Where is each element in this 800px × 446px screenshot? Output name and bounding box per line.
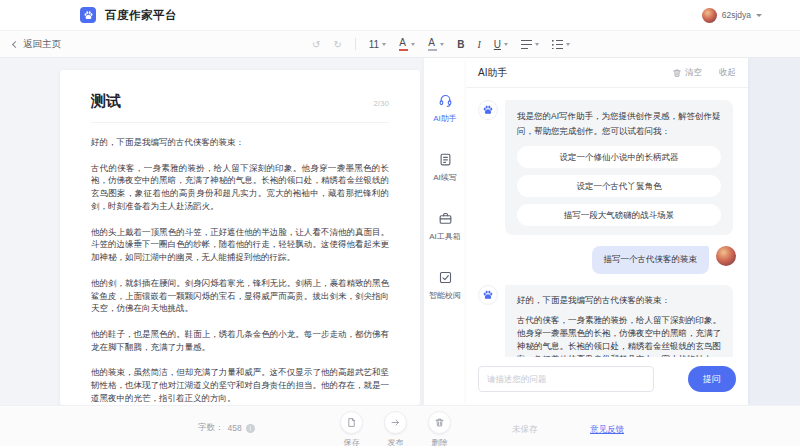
doc-paragraph[interactable]: 他的剑，就斜插在腰间。剑身闪烁着寒光，锋利无比。剑柄上，裹着精致的黑色鲨鱼皮，上… [91,277,389,315]
delete-button[interactable]: 删除 [428,411,451,446]
doc-paragraph[interactable]: 他的装束，虽然简洁，但却充满了力量和威严。这不仅显示了他的高超武艺和坚韧性格，也… [91,366,389,404]
document-editor: 测试 2/30 好的，下面是我编写的古代侠客的装束： 古代的侠客，一身素雅的装扮… [60,70,420,405]
ai-message: 好的，下面是我编写的古代侠客的装束： 古代的侠客，一身素雅的装扮，给人留下深刻的… [478,285,736,357]
doc-paragraph[interactable]: 好的，下面是我编写的古代侠客的装束： [91,136,389,149]
ai-paw-avatar-icon [478,285,498,305]
ai-reply-body: 古代的侠客，一身素雅的装扮，给人留下深刻的印象。他身穿一袭墨黑色的长袍，仿佛夜空… [517,314,721,357]
undo-button[interactable]: ↺ [312,39,320,50]
user-avatar[interactable] [702,8,717,23]
user-message-bubble: 描写一个古代侠客的装束 [592,246,710,274]
document-body-editor[interactable]: 好的，下面是我编写的古代侠客的装束： 古代的侠客，一身素雅的装扮，给人留下深刻的… [91,136,389,405]
chat-panel-title: AI助手 [478,66,507,80]
user-menu[interactable]: 62sjdya [702,8,762,23]
suggestion-pill[interactable]: 描写一段大气磅礴的战斗场景 [517,204,721,226]
align-dropdown[interactable] [521,39,539,49]
ai-assistant-panel: AI助手 清空 收起 我是您的AI写作助手，为您提供创作灵感，解答创作疑问，帮助… [466,58,748,405]
sidebar-item-smart-proofread[interactable]: 智能校阅 [429,270,461,301]
chevron-down-icon [411,43,415,46]
chevron-down-icon [566,43,570,46]
user-message: 描写一个古代侠客的装束 [478,246,736,274]
suggestion-pill[interactable]: 设定一个修仙小说中的长柄武器 [517,146,721,168]
sidebar-item-ai-continue[interactable]: AI续写 [433,152,457,183]
document-pen-icon [438,152,453,167]
sidebar-item-ai-assistant[interactable]: AI助手 [433,93,457,124]
doc-paragraph[interactable]: 他的鞋子，也是黑色的。鞋面上，绣着几条金色的小龙。每一步走动，都仿佛有龙在脚下翻… [91,328,389,354]
headset-icon [438,93,453,108]
question-input[interactable] [478,366,654,392]
list-dropdown[interactable] [552,39,570,49]
publish-button[interactable]: 发布 [384,411,407,446]
redo-button[interactable]: ↻ [333,39,341,50]
doc-paragraph[interactable]: 他的头上戴着一顶黑色的斗笠，正好遮住他的半边脸，让人看不清他的真面目。斗笠的边缘… [91,226,389,264]
chevron-down-icon [756,14,762,17]
ai-tools-sidebar: AI助手 AI续写 AI工具箱 智能校阅 [424,58,466,405]
save-button[interactable]: 保存 [340,411,363,446]
clear-chat-button[interactable]: 清空 [672,67,702,79]
suggestion-pill[interactable]: 设定一个古代丫鬟角色 [517,175,721,197]
title-divider [91,122,389,123]
title-char-counter: 2/30 [373,99,389,108]
ai-message: 我是您的AI写作助手，为您提供创作灵感，解答创作疑问，帮助您完成创作。您可以试着… [478,100,736,235]
user-avatar [716,246,736,266]
unsaved-status: 未保存 [512,424,538,436]
username: 62sjdya [722,10,751,20]
ai-paw-avatar-icon [478,100,498,120]
arrow-right-icon [390,417,401,428]
ai-reply-bubble: 好的，下面是我编写的古代侠客的装束： 古代的侠客，一身素雅的装扮，给人留下深刻的… [505,285,733,357]
chevron-down-icon [504,43,508,46]
bold-button[interactable]: B [457,39,464,50]
status-footer: 字数：458 i 保存 发布 删除 未保存 意见反馈 [0,405,800,446]
collapse-panel-button[interactable]: 收起 [719,67,736,79]
ask-button[interactable]: 提问 [688,366,736,392]
italic-button[interactable]: I [477,39,480,50]
word-count: 字数：458 i [198,422,255,434]
font-color-swatch [399,49,408,51]
list-icon [552,39,563,49]
trash-icon [434,417,445,428]
ai-intro-text: 我是您的AI写作助手，为您提供创作灵感，解答创作疑问，帮助您完成创作。您可以试着… [517,109,721,139]
highlight-color-button[interactable]: A [428,38,444,51]
file-icon [346,417,357,428]
document-title-input[interactable]: 测试 [91,92,121,111]
chevron-left-icon [12,40,19,47]
word-count-value: 458 [228,423,242,433]
app-title: 百度作家平台 [105,8,177,23]
ai-reply-intro: 好的，下面是我编写的古代侠客的装束： [517,294,721,307]
info-icon[interactable]: i [246,424,255,433]
trash-icon [672,68,682,78]
chevron-down-icon [382,43,386,46]
sidebar-item-ai-toolbox[interactable]: AI工具箱 [429,211,461,242]
chevron-down-icon [440,43,444,46]
font-color-button[interactable]: A [399,38,415,51]
underline-button[interactable]: U [494,39,508,50]
feedback-link[interactable]: 意见反馈 [590,424,624,436]
chat-messages: 我是您的AI写作助手，为您提供创作灵感，解答创作疑问，帮助您完成创作。您可以试着… [466,88,748,357]
chat-header: AI助手 清空 收起 [466,58,748,88]
briefcase-icon [438,211,453,226]
baidu-paw-logo-icon [80,7,96,23]
highlight-color-swatch [428,49,437,51]
proofread-check-icon [438,270,453,285]
editor-toolbar: 返回主页 ↺ ↻ 11 A A B I U [0,30,800,58]
chat-input-row: 提问 [466,357,748,405]
ai-intro-bubble: 我是您的AI写作助手，为您提供创作灵感，解答创作疑问，帮助您完成创作。您可以试着… [505,100,733,235]
toolbar-divider [355,38,356,50]
chevron-down-icon [535,43,539,46]
align-icon [521,39,532,49]
back-home-button[interactable]: 返回主页 [13,38,61,51]
doc-paragraph[interactable]: 古代的侠客，一身素雅的装扮，给人留下深刻的印象。他身穿一袭墨黑色的长袍，仿佛夜空… [91,162,389,213]
font-size-dropdown[interactable]: 11 [369,39,386,50]
app-header: 百度作家平台 62sjdya [0,0,800,30]
